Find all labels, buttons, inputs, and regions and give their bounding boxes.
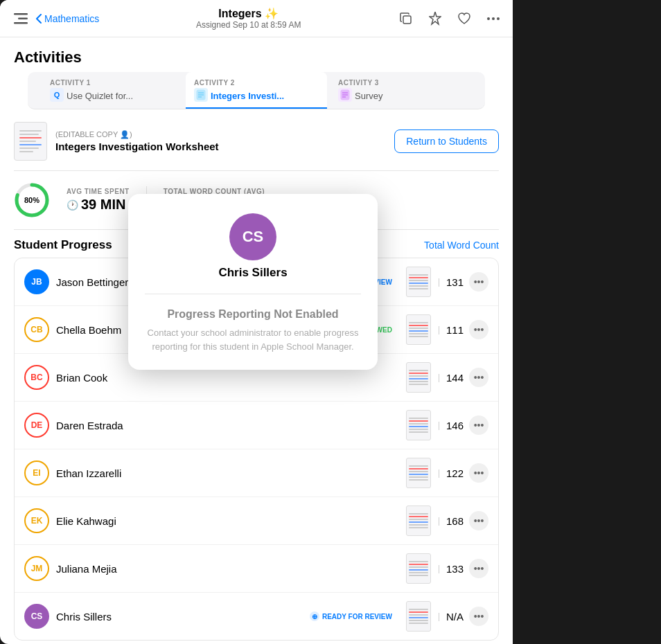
student-row[interactable]: JM Juliana Mejia | 133 ••• — [15, 545, 498, 593]
student-row[interactable]: DE Daren Estrada | 146 ••• — [15, 402, 498, 449]
svg-rect-0 — [14, 13, 28, 15]
avatar: JM — [24, 556, 49, 581]
tab-activity3[interactable]: ACTIVITY 3 Survey — [330, 72, 471, 109]
return-to-students-button[interactable]: Return to Students — [394, 129, 499, 153]
student-name: Daren Estrada — [56, 420, 400, 431]
tab-activity2[interactable]: ACTIVITY 2 Integers Investi... — [186, 72, 327, 109]
student-row[interactable]: CS Chris Sillers ⊕ READY FOR REVIEW | — [15, 593, 498, 640]
popup-description: Contact your school administrator to ena… — [145, 326, 361, 353]
top-bar-actions — [398, 10, 502, 27]
student-name: Brian Cook — [56, 372, 400, 384]
editable-label: (EDITABLE COPY 👤) — [55, 130, 219, 139]
more-options-button[interactable]: ••• — [469, 607, 488, 626]
student-name: Chris Sillers — [56, 611, 310, 623]
avatar: CS — [24, 604, 49, 629]
word-count: 122 — [441, 467, 464, 479]
page-subtitle: Assigned Sep 10 at 8:59 AM — [196, 20, 301, 30]
progress-pct: 80% — [24, 196, 39, 204]
clock-icon: 🕐 — [67, 199, 78, 211]
more-options-button[interactable]: ••• — [469, 511, 488, 530]
doc-preview-thumbnail — [406, 601, 431, 632]
tab2-label: ACTIVITY 2 — [194, 79, 319, 87]
word-count: 144 — [441, 372, 464, 384]
svg-rect-2 — [14, 22, 28, 24]
document-header: (EDITABLE COPY 👤) Integers Investigation… — [14, 112, 499, 171]
svg-rect-3 — [403, 16, 411, 24]
page-title: Integers ✨ — [196, 7, 301, 20]
doc-preview-thumbnail — [406, 314, 431, 345]
status-badge: ⊕ READY FOR REVIEW — [310, 611, 392, 621]
tab1-icon: Q — [50, 88, 64, 102]
student-row[interactable]: EK Elie Kahwagi | 168 ••• — [15, 497, 498, 545]
sidebar-toggle-button[interactable] — [11, 9, 30, 28]
more-options-button[interactable]: ••• — [469, 320, 488, 339]
document-info: (EDITABLE COPY 👤) Integers Investigation… — [14, 122, 219, 161]
svg-point-5 — [492, 17, 495, 20]
right-panel — [513, 0, 661, 644]
progress-circle: 80% — [14, 182, 50, 218]
activities-heading: Activities — [0, 37, 513, 72]
avatar: EK — [24, 508, 49, 533]
word-count: 133 — [441, 563, 464, 575]
avg-time-stat: AVG TIME SPENT 🕐 39 MIN — [67, 188, 130, 213]
top-bar-center: Integers ✨ Assigned Sep 10 at 8:59 AM — [196, 7, 301, 30]
word-count: 168 — [441, 515, 464, 527]
popup-avatar: CS — [229, 213, 276, 260]
popup-title: Progress Reporting Not Enabled — [145, 308, 361, 321]
top-bar: Mathematics Integers ✨ Assigned Sep 10 a… — [0, 0, 513, 37]
tab3-name: Survey — [355, 91, 382, 101]
activity-tabs: ACTIVITY 1 Q Use Quizlet for... ACTIVITY… — [28, 72, 485, 109]
student-name: Elie Kahwagi — [56, 515, 400, 527]
activity-tabs-container: ACTIVITY 1 Q Use Quizlet for... ACTIVITY… — [0, 72, 513, 109]
tab-activity1[interactable]: ACTIVITY 1 Q Use Quizlet for... — [42, 72, 183, 109]
more-options-button[interactable]: ••• — [469, 559, 488, 578]
section-title: Student Progress — [14, 238, 112, 252]
more-options-button[interactable]: ••• — [469, 415, 488, 435]
avatar: CB — [24, 317, 49, 342]
avg-time-value: 🕐 39 MIN — [67, 197, 130, 213]
student-row[interactable]: EI Ethan Izzarelli | 122 ••• — [15, 449, 498, 497]
document-title: Integers Investigation Worksheet — [55, 141, 219, 152]
student-name: Juliana Mejia — [56, 563, 400, 575]
word-count: 146 — [441, 420, 464, 431]
avg-time-label: AVG TIME SPENT — [67, 188, 130, 195]
popup-student-name: Chris Sillers — [145, 266, 361, 280]
doc-preview-thumbnail — [406, 506, 431, 536]
back-button[interactable]: Mathematics — [36, 13, 99, 24]
document-thumbnail — [14, 122, 47, 161]
tab2-icon — [194, 88, 208, 102]
tab1-label: ACTIVITY 1 — [50, 79, 175, 87]
document-meta: (EDITABLE COPY 👤) Integers Investigation… — [55, 130, 219, 152]
doc-preview-thumbnail — [406, 410, 431, 440]
avatar: DE — [24, 413, 49, 438]
popup-divider — [145, 294, 361, 294]
svg-point-4 — [487, 17, 490, 20]
tab1-name: Use Quizlet for... — [67, 91, 133, 101]
popup-card: CS Chris Sillers Progress Reporting Not … — [128, 194, 378, 370]
tab2-name: Integers Investi... — [211, 91, 284, 101]
more-options-button[interactable]: ••• — [469, 368, 488, 387]
heart-icon[interactable] — [456, 10, 473, 27]
word-count: N/A — [441, 611, 464, 623]
avatar: JB — [24, 269, 49, 294]
svg-point-6 — [497, 17, 500, 20]
tab3-label: ACTIVITY 3 — [338, 79, 463, 87]
pin-icon[interactable] — [427, 10, 443, 27]
doc-preview-thumbnail — [406, 267, 431, 297]
doc-preview-thumbnail — [406, 362, 431, 393]
word-count: 111 — [441, 324, 464, 336]
student-name: Ethan Izzarelli — [56, 467, 400, 479]
svg-rect-1 — [18, 17, 28, 19]
more-options-button[interactable]: ••• — [469, 272, 488, 292]
word-count: 131 — [441, 276, 464, 288]
avatar: EI — [24, 460, 49, 485]
copy-icon[interactable] — [398, 10, 414, 27]
doc-preview-thumbnail — [406, 458, 431, 488]
tab3-icon — [338, 88, 352, 102]
top-bar-left: Mathematics — [11, 9, 99, 28]
more-options-button[interactable]: ••• — [469, 463, 488, 483]
back-label: Mathematics — [44, 13, 99, 24]
doc-preview-thumbnail — [406, 553, 431, 584]
total-word-count-link[interactable]: Total Word Count — [424, 240, 499, 251]
more-icon[interactable] — [485, 10, 502, 27]
